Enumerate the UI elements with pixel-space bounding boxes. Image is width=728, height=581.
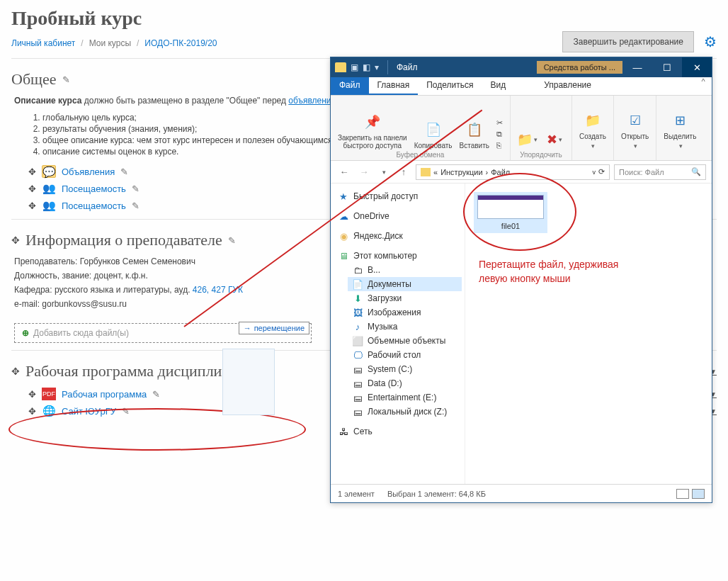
nav-desktop[interactable]: 🖵Рабочий стол xyxy=(348,348,462,362)
icons-view-button[interactable] xyxy=(692,489,705,499)
pencil-icon[interactable]: ✎ xyxy=(122,406,130,417)
nav-pane: ★Быстрый доступ ☁OneDrive ◉Яндекс.Диск 🖥… xyxy=(331,184,465,484)
move-to-button[interactable]: 📁▾ xyxy=(518,130,538,150)
pencil-icon[interactable]: ✎ xyxy=(132,184,140,194)
activity-link[interactable]: Посещаемость xyxy=(62,184,126,194)
nav-yandex-disk[interactable]: ◉Яндекс.Диск xyxy=(334,229,462,243)
breadcrumb-course[interactable]: ИОДО-ПК-2019/20 xyxy=(144,38,217,48)
address-bar: ← → ▾ ↑ « Инструкции› Файл v ⟳ Поиск: Фа… xyxy=(331,161,712,184)
pencil-icon[interactable]: ✎ xyxy=(120,167,128,177)
maximize-button[interactable]: ☐ xyxy=(652,57,682,77)
cut-icon[interactable]: ✂ xyxy=(496,118,503,128)
pin-icon: 📌 xyxy=(363,112,382,132)
delete-icon: ✖▾ xyxy=(545,130,564,150)
activity-link[interactable]: Сайт ЮУрГУ xyxy=(62,406,116,417)
delete-button[interactable]: ✖▾ xyxy=(545,130,564,150)
move-icon[interactable]: ✥ xyxy=(11,366,20,377)
status-count: 1 элемент xyxy=(338,490,375,498)
contextual-tools-tab[interactable]: Средства работы ... xyxy=(537,61,622,74)
recent-dropdown[interactable]: ▾ xyxy=(376,164,392,180)
search-field[interactable]: Поиск: Файл 🔍 xyxy=(614,164,706,180)
breadcrumb-dashboard[interactable]: Личный кабинет xyxy=(11,38,75,48)
drop-label: Добавить сюда файл(ы) xyxy=(33,328,129,338)
ribbon-collapse-button[interactable]: ^ xyxy=(695,77,712,95)
move-icon[interactable]: ✥ xyxy=(28,201,36,211)
breadcrumb-sep: / xyxy=(137,38,139,48)
clipboard-small-buttons[interactable]: ✂⧉⎘ xyxy=(496,118,503,150)
attendance-icon: 👥 xyxy=(42,199,56,212)
activity-link[interactable]: Рабочая программа xyxy=(62,389,147,400)
move-icon[interactable]: ✥ xyxy=(28,389,36,400)
window-titlebar[interactable]: ▣ ◧ ▾ Файл Средства работы ... — ☐ ✕ xyxy=(331,57,712,77)
end-editing-button[interactable]: Завершить редактирование xyxy=(562,31,694,52)
nav-network[interactable]: 🖧Сеть xyxy=(334,424,462,439)
position-value: доцент, к.ф.н. xyxy=(94,271,148,281)
nav-drive-d[interactable]: 🖴Data (D:) xyxy=(348,376,462,390)
select-button[interactable]: ⊞Выделить▾ xyxy=(664,111,696,150)
annotation-note: Перетащите файл, удерживаялевую кнопку м… xyxy=(479,258,663,286)
nav-drive-c[interactable]: 🖴System (C:) xyxy=(348,362,462,376)
close-button[interactable]: ✕ xyxy=(682,57,712,77)
nav-music[interactable]: ♪Музыка xyxy=(348,320,462,334)
move-icon[interactable]: ✥ xyxy=(28,184,36,194)
pencil-icon[interactable]: ✎ xyxy=(228,235,236,246)
pin-button[interactable]: 📌Закрепить на панели быстрого доступа xyxy=(338,112,407,150)
section-title-teacher: Информация о преподавателе xyxy=(25,231,222,249)
move-icon[interactable]: ✥ xyxy=(28,167,36,177)
nav-this-pc[interactable]: 🖥Этот компьютер xyxy=(334,249,462,263)
disk-icon: ◉ xyxy=(338,231,349,241)
announcements-link[interactable]: объявления xyxy=(288,96,336,106)
qat-save-icon[interactable]: ▣ xyxy=(351,62,358,72)
nav-drive-z[interactable]: 🖴Локальный диск (Z:) xyxy=(348,405,462,419)
qat-props-icon[interactable]: ◧ xyxy=(363,62,370,72)
nav-3d-objects[interactable]: ⬜Объемные объекты xyxy=(348,334,462,348)
email-value: gorbunkovss@susu.ru xyxy=(42,299,127,309)
qat-dropdown[interactable]: ▾ xyxy=(375,62,379,72)
minimize-button[interactable]: — xyxy=(622,57,652,77)
nav-pictures[interactable]: 🖼Изображения xyxy=(348,305,462,320)
address-field[interactable]: « Инструкции› Файл v ⟳ xyxy=(416,164,610,180)
copy-button[interactable]: 📄Копировать xyxy=(414,120,453,150)
pencil-icon[interactable]: ✎ xyxy=(132,201,140,211)
tab-manage[interactable]: Управление xyxy=(535,77,600,95)
pencil-icon[interactable]: ✎ xyxy=(62,74,70,85)
paste-shortcut-icon[interactable]: ⎘ xyxy=(496,141,503,150)
refresh-icon[interactable]: ⟳ xyxy=(598,167,605,176)
paste-button[interactable]: 📋Вставить xyxy=(460,120,489,150)
move-icon[interactable]: ✥ xyxy=(28,406,36,417)
open-button[interactable]: ☑Открыть▾ xyxy=(621,111,649,150)
tab-view[interactable]: Вид xyxy=(482,77,514,95)
nav-downloads[interactable]: ⬇Загрузки xyxy=(348,291,462,305)
file-thumbnail xyxy=(477,195,544,219)
activity-link[interactable]: Посещаемость xyxy=(62,201,126,211)
position-label: Должность, звание: xyxy=(14,271,94,281)
tab-share[interactable]: Поделиться xyxy=(418,77,482,95)
forward-button[interactable]: → xyxy=(356,164,372,180)
room-link[interactable]: 426, 427 ГУК xyxy=(193,285,243,295)
new-button[interactable]: 📁Создать▾ xyxy=(579,111,606,150)
nav-documents[interactable]: 📄Документы xyxy=(348,277,462,291)
move-icon[interactable]: ✥ xyxy=(11,235,20,246)
back-button[interactable]: ← xyxy=(336,164,352,180)
copy-path-icon[interactable]: ⧉ xyxy=(496,130,503,139)
download-icon: ⬇ xyxy=(352,293,363,303)
breadcrumb-mycourses: Мои курсы xyxy=(89,38,131,48)
up-button[interactable]: ↑ xyxy=(396,164,411,180)
file-item[interactable]: file01 xyxy=(474,192,547,233)
gear-icon[interactable]: ⚙ xyxy=(704,33,717,50)
file-area[interactable]: file01 xyxy=(465,184,712,484)
nav-quick-access[interactable]: ★Быстрый доступ xyxy=(334,189,462,203)
nav-onedrive[interactable]: ☁OneDrive xyxy=(334,209,462,223)
drive-icon: 🖴 xyxy=(352,407,363,417)
nav-item[interactable]: 🗀В... xyxy=(348,263,462,277)
file-drop-zone[interactable]: ⊕ Добавить сюда файл(ы) → перемещение xyxy=(14,323,312,343)
status-bar: 1 элемент Выбран 1 элемент: 64,8 КБ xyxy=(331,484,712,502)
tab-home[interactable]: Главная xyxy=(369,77,419,95)
nav-drive-e[interactable]: 🖴Entertainment (E:) xyxy=(348,390,462,405)
status-selected: Выбран 1 элемент: 64,8 КБ xyxy=(387,490,486,498)
pencil-icon[interactable]: ✎ xyxy=(152,389,160,400)
activity-link[interactable]: Объявления xyxy=(62,167,115,177)
tab-file[interactable]: Файл xyxy=(331,77,369,95)
details-view-button[interactable] xyxy=(676,489,689,499)
window-title: Файл xyxy=(397,62,418,72)
